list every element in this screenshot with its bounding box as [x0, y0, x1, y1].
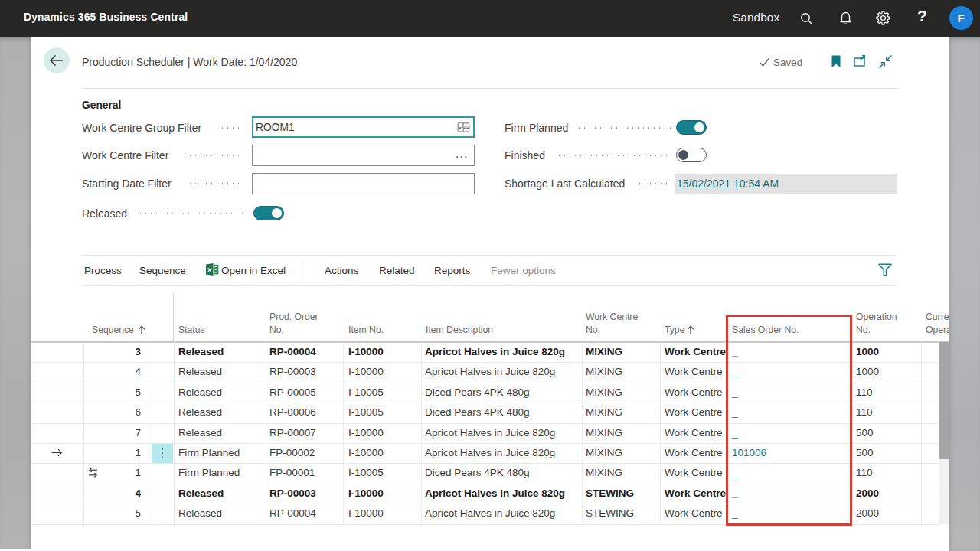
svg-text:X: X — [207, 266, 213, 274]
